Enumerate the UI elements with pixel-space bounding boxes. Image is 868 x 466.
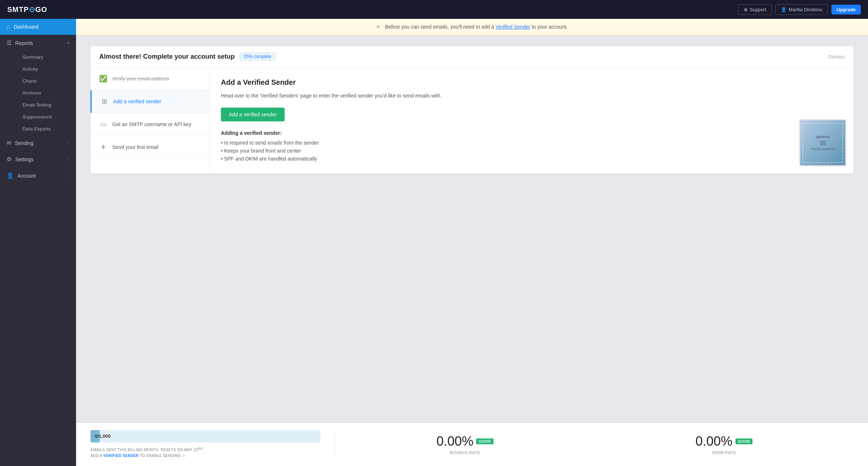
home-icon: ⌂ [7, 24, 10, 30]
setup-step-send-email[interactable]: ✈ Send your first email [91, 136, 210, 159]
spam-rate-stat: 0.00% GOOD SPAM RATE [595, 430, 854, 459]
verified-sender-link[interactable]: Verified Sender [496, 24, 531, 30]
verified-sender-link-stats[interactable]: VERIFIED SENDER [103, 454, 139, 458]
step-label: Add a verified sender [113, 99, 161, 104]
banner-text-after: to your account. [532, 24, 568, 30]
chevron-left-icon: ‹ [68, 157, 70, 162]
user-icon: 👤 [781, 7, 787, 12]
check-icon: ✅ [99, 75, 107, 83]
sidebar-sub-label: Charts [22, 78, 37, 84]
sidebar-item-label: Reports [15, 40, 33, 46]
sidebar-sub-label: Suppressions [22, 114, 52, 120]
stamp-inner: SMTPGO ✉ POSTAL SERVICE [802, 123, 843, 163]
bounce-rate-number: 0.00% [436, 434, 473, 449]
stamp-decoration: SMTPGO ✉ POSTAL SERVICE [799, 119, 846, 166]
sidebar-item-charts[interactable]: Charts [16, 75, 76, 87]
step-label: Send your first email [112, 144, 159, 150]
navbar: SMTP⊙GO ⊕ Support 👤 Marilia Dimitriou Up… [0, 0, 868, 19]
user-button[interactable]: 👤 Marilia Dimitriou [775, 4, 828, 15]
list-item: Is required to send emails from the send… [221, 139, 843, 147]
adding-info: Adding a verified sender: Is required to… [221, 130, 843, 163]
add-sender-button[interactable]: Add a verified sender [221, 108, 285, 121]
sidebar-item-data-exports[interactable]: Data Exports [16, 123, 76, 135]
sidebar-item-archives[interactable]: Archives [16, 87, 76, 99]
usage-label-line1: EMAILS SENT THIS BILLING MONTH. RESETS O… [91, 448, 198, 452]
spam-rate-value: 0.00% GOOD [695, 434, 752, 449]
support-icon: ⊕ [744, 7, 748, 12]
setup-steps-list: ✅ Verify your email address ⊞ Add a veri… [91, 67, 210, 174]
sending-icon: ✉ [7, 140, 11, 146]
chevron-down-icon: ▾ [67, 41, 70, 45]
list-item: SPF and DKIM are handled automatically [221, 155, 843, 163]
email-usage-stat: 0/1,000 EMAILS SENT THIS BILLING MONTH. … [91, 430, 335, 459]
reports-icon: ☰ [7, 39, 12, 46]
sidebar-item-sending[interactable]: ✉ Sending ‹ [0, 135, 76, 151]
sidebar-item-activity[interactable]: Activity [16, 63, 76, 75]
upgrade-button[interactable]: Upgrade [831, 5, 861, 14]
account-icon: 👤 [7, 172, 14, 179]
usage-bar-fill: 0/1,000 [91, 430, 100, 442]
navbar-right: ⊕ Support 👤 Marilia Dimitriou Upgrade [738, 4, 861, 15]
sidebar-sub-label: Activity [22, 66, 38, 72]
setup-detail: Add a Verified Sender Head over to the '… [210, 67, 854, 174]
sidebar-sub-label: Archives [22, 90, 41, 96]
sidebar-item-account[interactable]: 👤 Account ‹ [0, 167, 76, 184]
bounce-rate-label: BOUNCE RATE [450, 450, 480, 455]
chevron-left-icon: ‹ [68, 174, 70, 178]
adding-info-list: Is required to send emails from the send… [221, 139, 843, 163]
send-icon: ✈ [376, 24, 381, 30]
sidebar: ⌂ Dashboard ☰ Reports ▾ Summary Activity… [0, 19, 76, 466]
setup-step-verify-email[interactable]: ✅ Verify your email address [91, 67, 210, 90]
logo: SMTP⊙GO [7, 5, 47, 14]
setup-body: ✅ Verify your email address ⊞ Add a veri… [91, 67, 854, 174]
sidebar-item-label: Dashboard [14, 24, 39, 30]
sidebar-item-label: Sending [15, 140, 33, 146]
settings-icon: ⚙ [7, 156, 12, 163]
bounce-rate-value: 0.00% GOOD [436, 434, 494, 449]
sidebar-item-suppressions[interactable]: Suppressions [16, 111, 76, 123]
layout: ⌂ Dashboard ☰ Reports ▾ Summary Activity… [0, 19, 868, 466]
upgrade-label: Upgrade [836, 7, 856, 12]
spam-rate-label: SPAM RATE [712, 450, 736, 455]
usage-value: 0/1,000 [95, 433, 110, 439]
dismiss-button[interactable]: Dismiss [829, 54, 845, 59]
usage-label-line3: TO ENABLE SENDING. [140, 454, 182, 458]
sidebar-item-settings[interactable]: ⚙ Settings ‹ [0, 151, 76, 167]
key-icon: ▭ [99, 120, 107, 128]
verified-sender-link-text: Verified Sender [496, 24, 531, 30]
progress-badge: 25% complete [240, 53, 275, 61]
sidebar-item-label: Settings [15, 157, 34, 162]
list-item: Keeps your brand front and center [221, 147, 843, 155]
support-label: Support [750, 7, 767, 12]
sidebar-sub-label: Email Testing [22, 102, 51, 108]
adding-info-title: Adding a verified sender: [221, 130, 843, 136]
sidebar-item-reports[interactable]: ☰ Reports ▾ [0, 35, 76, 51]
support-button[interactable]: ⊕ Support [738, 4, 772, 15]
usage-label-line2: ADD A [91, 454, 102, 458]
chevron-left-icon: ‹ [68, 141, 70, 145]
page-content: Almost there! Complete your account setu… [76, 35, 868, 423]
sender-icon: ⊞ [100, 97, 108, 105]
step-label: Get an SMTP username or API key [112, 121, 191, 127]
stats-row: 0/1,000 EMAILS SENT THIS BILLING MONTH. … [76, 423, 868, 466]
spam-rate-number: 0.00% [695, 434, 732, 449]
setup-card: Almost there! Complete your account setu… [91, 46, 854, 174]
setup-card-title: Almost there! Complete your account setu… [99, 53, 235, 61]
setup-step-add-sender[interactable]: ⊞ Add a verified sender [91, 90, 210, 113]
sidebar-sub-label: Summary [22, 54, 43, 60]
usage-bar: 0/1,000 [91, 430, 320, 442]
detail-title: Add a Verified Sender [221, 78, 843, 87]
reports-submenu: Summary Activity Charts Archives Email T… [0, 51, 76, 135]
usage-label: EMAILS SENT THIS BILLING MONTH. RESETS O… [91, 446, 320, 459]
detail-description: Head over to the 'Verified Senders' page… [221, 92, 843, 100]
email-icon: ✈ [99, 143, 107, 151]
setup-step-smtp-key[interactable]: ▭ Get an SMTP username or API key [91, 113, 210, 136]
bounce-rate-badge: GOOD [476, 438, 494, 444]
sidebar-item-email-testing[interactable]: Email Testing [16, 99, 76, 111]
sidebar-item-summary[interactable]: Summary [16, 51, 76, 63]
spam-rate-badge: GOOD [735, 438, 753, 444]
sidebar-item-dashboard[interactable]: ⌂ Dashboard [0, 19, 76, 35]
main-content: ✈ Before you can send emails, you'll nee… [76, 19, 868, 466]
user-label: Marilia Dimitriou [789, 7, 822, 12]
notification-banner: ✈ Before you can send emails, you'll nee… [76, 19, 868, 35]
